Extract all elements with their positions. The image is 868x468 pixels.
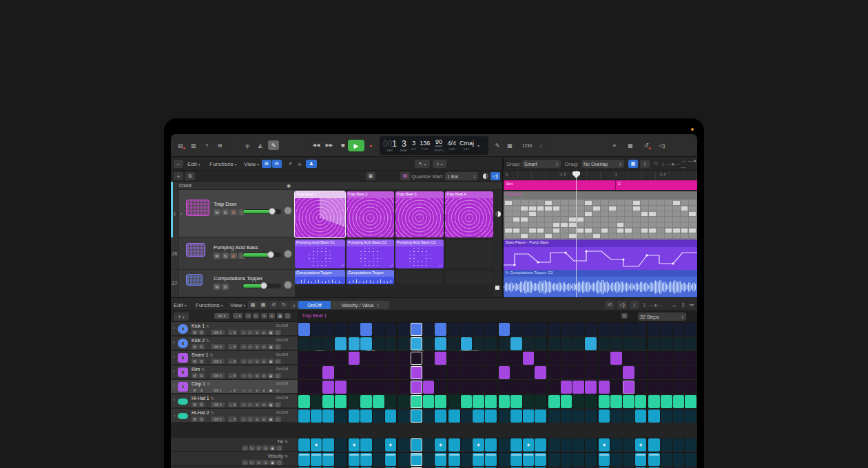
mute-button[interactable]: M [214, 253, 220, 259]
step-cell[interactable] [423, 438, 435, 451]
region-bass-player[interactable]: Bass Player - Pump Bass [504, 240, 697, 270]
step-cell[interactable] [673, 337, 685, 350]
step-cell[interactable] [685, 352, 696, 365]
volume-fader-thumb[interactable] [269, 208, 276, 215]
step-cell[interactable] [599, 381, 610, 394]
step-cell[interactable] [572, 410, 584, 423]
step-cell[interactable] [385, 453, 397, 466]
step-cell[interactable] [499, 438, 510, 451]
step-cell[interactable]: ◆ [385, 438, 397, 451]
master-increment-button[interactable]: ∧ [269, 313, 275, 319]
row-mute-button[interactable]: M [192, 344, 198, 350]
track-header[interactable]: 1›Trap DoorMSRI [171, 190, 295, 237]
quantize-start-menu[interactable]: 1 Bar⇕ [445, 172, 478, 180]
stepseq-row-header[interactable]: ›Clap 1↻On/OffMS/16 ⇕→ ⇕◁▷∨∧▣▢ [171, 380, 298, 394]
step-cell[interactable] [335, 337, 347, 350]
step-cell[interactable] [648, 453, 660, 466]
liveloops-cell[interactable]: Pumping Acid Bass C3⤾ [395, 240, 444, 268]
volume-fader-thumb[interactable] [267, 251, 274, 258]
step-cell[interactable] [435, 366, 446, 379]
fill-button[interactable]: ▣ [268, 359, 274, 364]
window-icon[interactable]: ▭ [687, 301, 696, 309]
horizontal-zoom-slider[interactable]: ↔ —●— [681, 160, 697, 168]
step-cell[interactable] [411, 352, 422, 365]
step-cell[interactable] [510, 352, 522, 365]
subrow-loop-icon[interactable]: ↻ [285, 440, 288, 444]
step-cell[interactable]: ◆ [473, 438, 484, 451]
step-cell[interactable] [448, 395, 460, 408]
step-cell[interactable] [561, 395, 572, 408]
step-cell[interactable] [623, 381, 634, 394]
step-cell[interactable] [398, 381, 410, 394]
row-rate-menu[interactable]: /16 ⇕ [211, 344, 225, 350]
step-cell[interactable] [311, 453, 322, 466]
increment-button[interactable]: ∧ [261, 330, 267, 335]
step-cell[interactable]: ◆ [349, 438, 360, 451]
step-cell[interactable]: ◆ [599, 438, 610, 451]
pattern-stamp-icon[interactable]: ▩ [248, 301, 258, 309]
row-rate-menu[interactable]: /16 ⇕ [211, 416, 225, 422]
step-cell[interactable] [448, 438, 460, 451]
step-cell[interactable] [685, 395, 696, 408]
record-button[interactable]: ● [365, 140, 376, 150]
step-cell[interactable] [610, 323, 622, 336]
step-cell[interactable] [461, 438, 473, 451]
step-cell[interactable] [599, 337, 610, 350]
row-mute-button[interactable]: M [192, 402, 198, 407]
step-cell[interactable] [661, 352, 672, 365]
step-cell[interactable] [423, 410, 435, 423]
step-cell[interactable] [485, 323, 497, 336]
step-cell[interactable] [561, 366, 572, 379]
chord-segment[interactable]: C [615, 180, 697, 190]
step-cell[interactable] [572, 323, 584, 336]
fill-button[interactable]: ▣ [268, 416, 274, 422]
step-cell[interactable] [473, 323, 484, 336]
performance-record-button[interactable]: ♟ [306, 160, 317, 168]
catch-playhead-icon[interactable]: ⏍ [651, 160, 661, 168]
step-cell[interactable] [523, 352, 535, 365]
list-editors-icon[interactable]: ≡ [609, 140, 620, 150]
step-cell[interactable] [561, 453, 572, 466]
step-cell[interactable] [535, 395, 546, 408]
step-cell[interactable] [373, 410, 384, 423]
step-cell[interactable] [411, 395, 422, 408]
step-cell[interactable] [461, 366, 473, 379]
step-cell[interactable] [349, 395, 360, 408]
step-cell[interactable] [398, 438, 410, 451]
step-cell[interactable] [572, 366, 584, 379]
vertical-zoom-slider[interactable]: ↕ —●— [661, 160, 680, 168]
step-cell[interactable] [548, 337, 560, 350]
step-cell[interactable] [385, 352, 397, 365]
note-icon[interactable]: ♪ [289, 301, 299, 309]
snap-menu[interactable]: Smart⇕ [522, 160, 561, 168]
step-cell[interactable]: ◆ [635, 438, 647, 451]
row-rate-menu[interactable]: /16 ⇕ [211, 402, 225, 407]
preview-speaker-icon[interactable]: ◁) [617, 301, 627, 309]
step-cell[interactable] [561, 381, 572, 394]
step-cell[interactable] [473, 381, 484, 394]
step-cell[interactable] [635, 337, 647, 350]
step-cell[interactable] [635, 323, 647, 336]
step-cell[interactable] [423, 395, 435, 408]
track-header[interactable]: 27Computations TopperMS [171, 270, 295, 297]
step-cell[interactable] [510, 381, 522, 394]
stop-all-cells-button[interactable] [495, 286, 499, 290]
step-cell[interactable] [623, 438, 634, 451]
row-direction-menu[interactable]: → ⇕ [228, 402, 237, 407]
subrow-loop-icon[interactable]: ↻ [285, 454, 288, 458]
row-direction-menu[interactable]: → ⇕ [228, 416, 237, 422]
chord-track-row[interactable]: Chord ◉ [171, 182, 502, 190]
step-cell[interactable] [349, 337, 360, 350]
step-cell[interactable]: ◆ [523, 438, 535, 451]
clear-button[interactable]: ▢ [276, 460, 282, 465]
step-cell[interactable] [548, 381, 560, 394]
step-cell[interactable] [473, 337, 484, 350]
step-cell[interactable] [311, 337, 322, 350]
pattern-loop-button[interactable]: ↻ [621, 313, 628, 319]
step-cell[interactable] [499, 323, 510, 336]
step-cell[interactable] [435, 395, 446, 408]
tab-onoff[interactable]: On/Off [298, 301, 331, 309]
empty-cell-slot[interactable] [445, 270, 493, 284]
step-cell[interactable] [322, 381, 334, 394]
step-cell[interactable] [322, 352, 334, 365]
